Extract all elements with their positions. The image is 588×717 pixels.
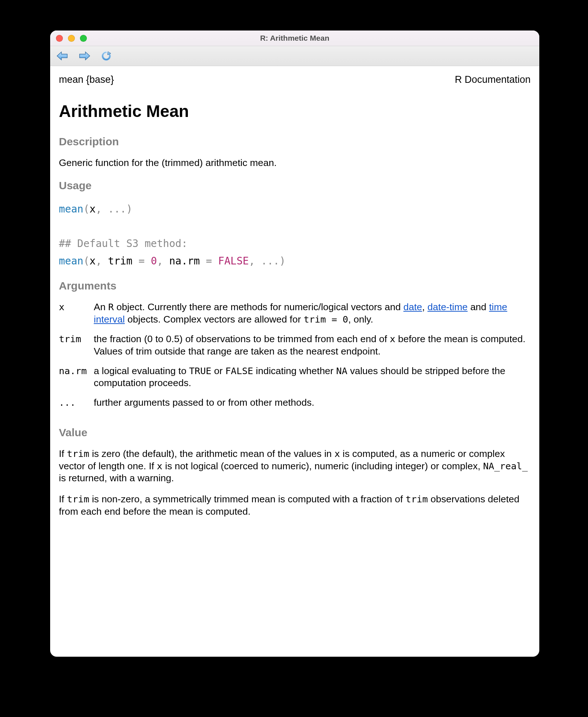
arg-desc: the fraction (0 to 0.5) of observations … <box>94 333 531 365</box>
help-content: mean {base} R Documentation Arithmetic M… <box>50 66 539 657</box>
section-arguments: Arguments <box>59 279 531 293</box>
value-p1: If trim is zero (the default), the arith… <box>59 448 531 485</box>
link-datetime[interactable]: date-time <box>427 301 467 312</box>
usage-comment: ## Default S3 method: <box>59 238 188 250</box>
value-p2: If trim is non-zero, a symmetrically tri… <box>59 493 531 518</box>
arg-desc: An R object. Currently there are methods… <box>94 301 531 333</box>
doc-header: mean {base} R Documentation <box>59 73 531 86</box>
arg-row-trim: trim the fraction (0 to 0.5) of observat… <box>59 333 531 365</box>
arg-desc: a logical evaluating to TRUE or FALSE in… <box>94 365 531 397</box>
back-button[interactable] <box>55 49 70 62</box>
arguments-table: x An R object. Currently there are metho… <box>59 301 531 416</box>
arg-row-narm: na.rm a logical evaluating to TRUE or FA… <box>59 365 531 397</box>
section-value: Value <box>59 426 531 439</box>
usage-code: mean(x, ...) ## Default S3 method: mean(… <box>59 200 531 270</box>
arrow-left-icon <box>56 51 69 61</box>
arg-name: trim <box>59 333 94 365</box>
help-window: R: Arithmetic Mean <box>50 31 539 657</box>
toolbar <box>50 46 539 66</box>
titlebar: R: Arithmetic Mean <box>50 31 539 46</box>
section-usage: Usage <box>59 179 531 193</box>
doc-type-label: R Documentation <box>455 73 531 86</box>
arg-row-x: x An R object. Currently there are metho… <box>59 301 531 333</box>
reload-button[interactable] <box>99 49 113 62</box>
close-icon[interactable] <box>56 35 63 42</box>
section-description: Description <box>59 135 531 149</box>
topic-package: mean {base} <box>59 73 114 86</box>
zoom-icon[interactable] <box>80 35 87 42</box>
arg-name: x <box>59 301 94 333</box>
arg-name: na.rm <box>59 365 94 397</box>
arrow-right-icon <box>78 51 90 61</box>
reload-icon <box>101 51 112 61</box>
page-title: Arithmetic Mean <box>59 101 531 122</box>
arg-name: ... <box>59 397 94 416</box>
window-controls <box>56 35 87 42</box>
window-title: R: Arithmetic Mean <box>50 34 539 42</box>
link-date[interactable]: date <box>403 301 422 312</box>
arg-row-dots: ... further arguments passed to or from … <box>59 397 531 416</box>
arg-desc: further arguments passed to or from othe… <box>94 397 531 416</box>
forward-button[interactable] <box>77 49 92 62</box>
fn-name: mean <box>59 203 83 215</box>
minimize-icon[interactable] <box>68 35 75 42</box>
description-text: Generic function for the (trimmed) arith… <box>59 157 531 169</box>
